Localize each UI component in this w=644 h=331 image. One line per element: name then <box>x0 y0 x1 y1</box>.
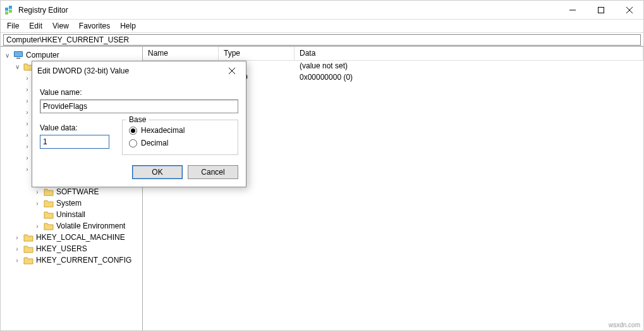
list-header: Name Type Data <box>143 47 643 61</box>
chevron-icon[interactable]: › <box>23 74 31 82</box>
svg-rect-3 <box>5 11 8 15</box>
svg-rect-2 <box>9 9 12 13</box>
cancel-button[interactable]: Cancel <box>188 165 238 179</box>
chevron-icon[interactable]: › <box>23 120 31 127</box>
svg-rect-5 <box>598 7 604 13</box>
menu-view[interactable]: View <box>49 20 73 32</box>
tree-item-uninstall[interactable]: › Uninstall <box>1 209 142 220</box>
folder-icon <box>44 222 54 230</box>
chevron-icon[interactable]: › <box>23 165 31 173</box>
chevron-icon[interactable]: › <box>23 85 31 93</box>
radio-dec[interactable]: Decimal <box>129 137 231 149</box>
menu-file[interactable]: File <box>3 20 23 32</box>
menu-favorites[interactable]: Favorites <box>75 20 114 32</box>
tree-label: HKEY_LOCAL_MACHINE <box>36 233 125 242</box>
value-name-input[interactable] <box>40 99 238 113</box>
tree-root[interactable]: ∨ Computer <box>1 49 142 61</box>
chevron-icon[interactable]: › <box>13 245 21 253</box>
tree-item-system[interactable]: › System <box>1 197 142 209</box>
column-name[interactable]: Name <box>143 47 219 60</box>
titlebar-left: Registry Editor <box>1 5 68 15</box>
radio-icon[interactable] <box>129 139 137 147</box>
computer-icon <box>13 51 23 59</box>
folder-icon <box>44 187 54 196</box>
watermark: wsxdn.com <box>609 322 640 328</box>
tree-item-hkusers[interactable]: › HKEY_USERS <box>1 243 142 254</box>
radio-icon[interactable] <box>129 127 137 135</box>
chevron-icon[interactable]: › <box>23 131 31 139</box>
svg-rect-10 <box>16 58 20 59</box>
menu-edit[interactable]: Edit <box>25 20 46 32</box>
maximize-button[interactable] <box>586 1 615 19</box>
chevron-icon[interactable]: › <box>23 142 31 150</box>
menubar: File Edit View Favorites Help <box>1 20 643 32</box>
base-group: Base Hexadecimal Decimal <box>122 120 238 155</box>
expander-icon[interactable]: ∨ <box>3 51 11 59</box>
svg-rect-9 <box>15 52 22 56</box>
close-button[interactable] <box>615 1 643 19</box>
minimize-button[interactable] <box>558 1 586 19</box>
dialog-titlebar[interactable]: Edit DWORD (32-bit) Value <box>32 61 246 80</box>
value-data-label: Value data: <box>40 123 109 132</box>
window-title: Registry Editor <box>18 6 68 15</box>
value-data-input[interactable] <box>40 135 109 149</box>
chevron-icon[interactable]: › <box>13 234 21 241</box>
menu-help[interactable]: Help <box>116 20 140 32</box>
dialog-buttons: OK Cancel <box>40 165 238 179</box>
folder-icon <box>23 244 33 253</box>
radio-dec-label: Decimal <box>141 139 168 147</box>
folder-icon <box>44 199 54 208</box>
expander-icon[interactable]: ∨ <box>13 63 21 70</box>
chevron-icon[interactable]: › <box>33 199 41 207</box>
address-input[interactable] <box>3 34 641 46</box>
tree-item-hkconfig[interactable]: › HKEY_CURRENT_CONFIG <box>1 254 142 266</box>
tree-label: HKEY_CURRENT_CONFIG <box>36 256 131 265</box>
column-type[interactable]: Type <box>219 47 295 60</box>
dialog-title: Edit DWORD (32-bit) Value <box>37 66 129 75</box>
chevron-icon[interactable]: › <box>13 256 21 264</box>
tree-item-volatile[interactable]: › Volatile Environment <box>1 220 142 232</box>
value-name-label: Value name: <box>40 88 238 97</box>
chevron-icon[interactable]: › <box>33 222 41 230</box>
radio-hex-label: Hexadecimal <box>141 126 185 135</box>
chevron-icon[interactable]: › <box>23 154 31 161</box>
cell-data: (value not set) <box>295 61 643 72</box>
svg-rect-1 <box>9 6 12 9</box>
tree-item-hklm[interactable]: › HKEY_LOCAL_MACHINE <box>1 232 142 243</box>
folder-icon <box>23 233 33 242</box>
tree-root-label: Computer <box>26 51 59 59</box>
svg-rect-0 <box>5 8 8 11</box>
dialog-close-button[interactable] <box>223 63 241 78</box>
cell-data: 0x00000000 (0) <box>295 72 643 84</box>
radio-hex[interactable]: Hexadecimal <box>129 124 231 137</box>
folder-icon <box>23 256 33 265</box>
ok-button[interactable]: OK <box>132 165 183 179</box>
tree-label: Volatile Environment <box>56 222 125 230</box>
tree-item-software[interactable]: › SOFTWARE <box>1 186 142 197</box>
chevron-icon[interactable]: › <box>23 97 31 104</box>
base-legend: Base <box>126 115 149 124</box>
titlebar[interactable]: Registry Editor <box>1 1 643 20</box>
window-controls <box>558 1 643 19</box>
dialog-body: Value name: Value data: Base Hexadecimal… <box>32 80 246 187</box>
edit-dword-dialog[interactable]: Edit DWORD (32-bit) Value Value name: Va… <box>32 61 246 187</box>
tree-label: SOFTWARE <box>56 187 99 196</box>
tree-label: HKEY_USERS <box>36 244 87 253</box>
regedit-icon <box>4 5 15 15</box>
folder-icon <box>44 210 54 219</box>
chevron-icon[interactable]: › <box>23 108 31 116</box>
tree-label: System <box>56 199 82 208</box>
address-bar <box>1 32 643 46</box>
chevron-icon[interactable]: › <box>33 188 41 196</box>
tree-label: Uninstall <box>56 210 85 219</box>
column-data[interactable]: Data <box>295 47 643 60</box>
